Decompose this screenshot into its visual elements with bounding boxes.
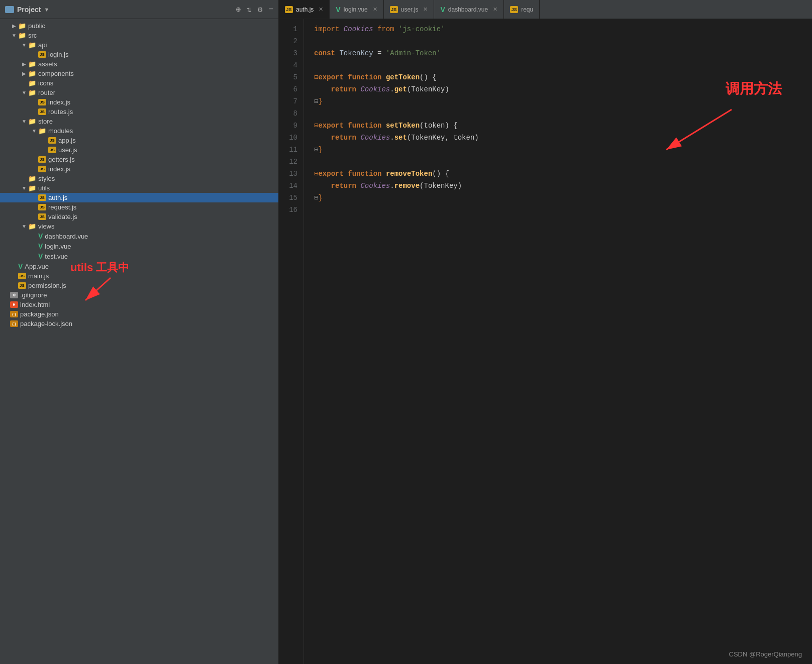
tab-user-js[interactable]: JS user.js ✕ [384,0,435,19]
tree-login-js[interactable]: JS login.js [0,50,278,59]
tree-label: package-lock.json [20,320,72,327]
tree-label: routes.js [48,108,73,116]
tree-app-js[interactable]: JS app.js [0,136,278,145]
tree-modules[interactable]: ▼ 📁 modules [0,126,278,136]
code-line-1: import Cookies from 'js-cookie' [314,23,802,35]
globe-icon[interactable]: ⊕ [236,5,241,15]
tree-label: .gitignore [20,291,47,299]
tab-auth-close[interactable]: ✕ [319,6,323,13]
project-controls: ⊕ ⇅ ⚙ − [236,5,273,15]
vue-icon: V [336,6,340,14]
js-badge: JS [38,108,46,115]
tree-test-vue[interactable]: V test.vue [0,251,278,261]
folder-icon: 📁 [28,175,36,182]
watermark: CSDN @RogerQianpeng [729,650,802,658]
js-icon: JS [285,6,293,13]
vue-badge: V [38,242,43,250]
code-line-7: ⊟} [314,95,802,107]
tree-modules-user[interactable]: JS user.js [0,145,278,155]
tree-app-vue[interactable]: V App.vue [0,261,278,271]
tree-index-html[interactable]: H index.html [0,300,278,309]
tree-src[interactable]: ▼ 📁 src [0,31,278,40]
tab-dashboard-vue[interactable]: V dashboard.vue ✕ [434,0,504,19]
minimize-icon[interactable]: − [268,5,273,14]
tree-login-vue[interactable]: V login.vue [0,241,278,251]
tree-utils[interactable]: ▼ 📁 utils [0,183,278,193]
tree-store-index[interactable]: JS index.js [0,164,278,174]
tree-dashboard-vue[interactable]: V dashboard.vue [0,231,278,241]
code-editor[interactable]: 1 2 3 4 5 6 7 8 9 10 11 12 13 14 15 16 i… [279,19,812,664]
tree-label: request.js [48,203,76,211]
folder-icon: 📁 [28,60,36,68]
tab-auth-js[interactable]: JS auth.js ✕ [279,0,330,19]
tree-label: main.js [28,272,49,280]
folder-icon: 📁 [28,184,36,192]
tree-icons[interactable]: 📁 icons [0,78,278,88]
js-badge: JS [38,156,46,163]
sidebar[interactable]: ▶ 📁 public ▼ 📁 src ▼ 📁 api JS login.js [0,19,279,664]
tree-label: components [38,70,74,77]
js-badge: JS [38,99,46,105]
tab-requ[interactable]: JS requ [504,0,540,19]
tree-label: views [38,223,55,230]
arrow: ▼ [20,119,28,124]
tree-auth-js[interactable]: JS auth.js [0,193,278,202]
js-badge: JS [48,137,56,144]
tree-main-js[interactable]: JS main.js [0,271,278,281]
folder-icon: 📁 [28,70,36,77]
tab-user-label: user.js [401,6,419,13]
tree-api[interactable]: ▼ 📁 api [0,40,278,50]
code-line-4 [314,59,802,71]
tree-public[interactable]: ▶ 📁 public [0,21,278,31]
folder-icon: 📁 [18,32,26,39]
tree-store[interactable]: ▼ 📁 store [0,117,278,126]
tab-user-close[interactable]: ✕ [423,6,428,13]
tab-login-close[interactable]: ✕ [373,6,377,13]
js-icon-2: JS [390,6,398,13]
code-line-15: ⊟} [314,192,802,204]
tree-gitignore[interactable]: ⚙ .gitignore [0,290,278,300]
tree-router-routes[interactable]: JS routes.js [0,107,278,117]
arrow: ▼ [10,33,18,38]
tree-router[interactable]: ▼ 📁 router [0,88,278,97]
code-lines: import Cookies from 'js-cookie' const To… [304,19,812,664]
tree-label: permission.js [28,282,66,289]
tree-permission-js[interactable]: JS permission.js [0,281,278,290]
tab-dashboard-close[interactable]: ✕ [493,6,497,13]
tree-validate-js[interactable]: JS validate.js [0,212,278,222]
project-dropdown-icon[interactable]: ▼ [44,7,49,13]
code-line-12 [314,156,802,168]
main-content: ▶ 📁 public ▼ 📁 src ▼ 📁 api JS login.js [0,19,812,664]
html-badge: H [10,301,18,308]
tab-requ-label: requ [521,6,533,13]
tree-label: modules [48,127,73,135]
tree-label: package.json [20,310,59,318]
tree-label: store [38,118,53,125]
tree-components[interactable]: ▶ 📁 components [0,69,278,78]
tree-label: styles [38,175,55,182]
code-line-11: ⊟} [314,144,802,156]
js-badge: JS [38,166,46,172]
tree-label: index.js [48,98,70,106]
tree-request-js[interactable]: JS request.js [0,202,278,212]
tree-getters[interactable]: JS getters.js [0,155,278,164]
tree-assets[interactable]: ▶ 📁 assets [0,59,278,69]
js-badge: JS [38,51,46,58]
code-line-5: ⊟export function getToken() { [314,71,802,83]
project-title: Project ▼ [5,6,49,14]
code-line-14: return Cookies.remove(TokenKey) [314,180,802,192]
folder-icon: 📁 [28,41,36,49]
gear-icon[interactable]: ⚙ [258,5,263,15]
tree-styles[interactable]: 📁 styles [0,174,278,183]
tree-package-json[interactable]: { } package.json [0,309,278,319]
split-icon[interactable]: ⇅ [247,5,252,15]
vue-icon-2: V [440,6,445,14]
tree-package-lock[interactable]: { } package-lock.json [0,319,278,328]
tree-label: auth.js [48,194,67,201]
vue-badge: V [18,262,23,270]
tree-router-index[interactable]: JS index.js [0,97,278,107]
tree-views[interactable]: ▼ 📁 views [0,222,278,231]
project-icon [5,6,14,13]
js-badge: JS [48,147,56,153]
tab-login-vue[interactable]: V login.vue ✕ [330,0,383,19]
